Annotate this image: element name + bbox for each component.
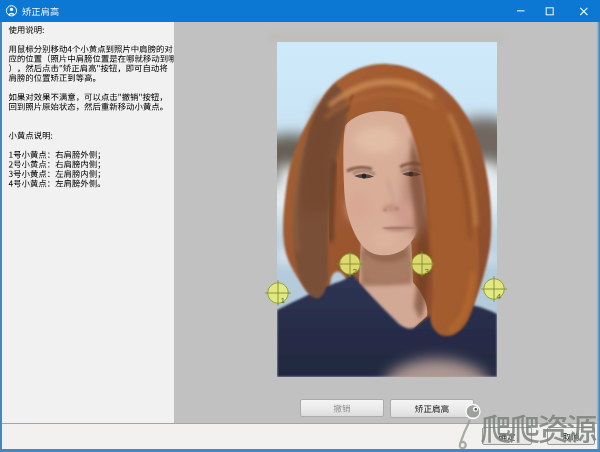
- svg-text:2: 2: [353, 266, 358, 275]
- svg-text:1: 1: [281, 296, 286, 305]
- svg-text:3: 3: [425, 266, 430, 275]
- svg-text:4: 4: [497, 292, 502, 301]
